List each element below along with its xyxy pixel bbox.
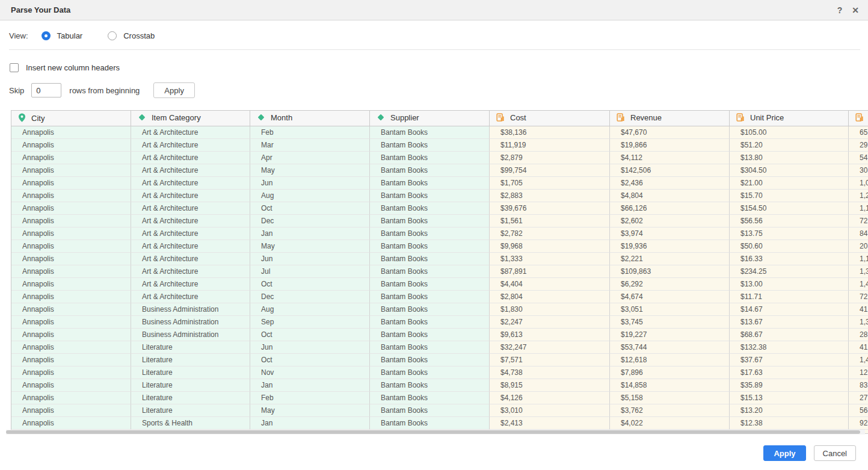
cell-unit-price: $51.20 <box>730 139 849 152</box>
column-header-supplier[interactable]: Supplier <box>370 111 490 126</box>
cell-city: Annapolis <box>11 202 131 215</box>
cell-unit-price: $15.13 <box>730 392 849 404</box>
table-row: AnnapolisLiteratureMayBantam Books$3,010… <box>11 404 868 417</box>
cell-revenue: $3,051 <box>610 303 730 316</box>
cell-revenue: $4,804 <box>610 190 730 202</box>
skip-label: Skip <box>9 86 24 95</box>
help-icon[interactable]: ? <box>837 6 843 14</box>
table-row: AnnapolisBusiness AdministrationSepBanta… <box>11 316 868 329</box>
horizontal-scrollbar-thumb[interactable] <box>6 430 860 434</box>
cell-revenue: $7,896 <box>610 366 730 379</box>
table-row: AnnapolisArt & ArchitectureMayBantam Boo… <box>11 164 868 177</box>
cell-clipped: 20 <box>849 240 868 253</box>
cell-revenue: $4,112 <box>610 152 730 164</box>
cell-supplier: Bantam Books <box>370 265 490 278</box>
table-header-row: CityItem CategoryMonthSupplierCostRevenu… <box>11 111 868 126</box>
close-icon[interactable]: ✕ <box>852 6 859 14</box>
cell-city: Annapolis <box>11 190 131 202</box>
cell-cost: $2,804 <box>490 291 610 303</box>
cell-unit-price: $50.60 <box>730 240 849 253</box>
column-header-cost[interactable]: Cost <box>490 111 610 126</box>
cell-clipped: 1,4 <box>849 354 868 366</box>
cell-cost: $99,754 <box>490 164 610 177</box>
radio-option-tabular[interactable]: Tabular <box>42 31 83 40</box>
column-header-revenue[interactable]: Revenue <box>610 111 730 126</box>
cell-item-category: Business Administration <box>131 316 250 329</box>
cell-month: Apr <box>250 152 370 164</box>
cell-month: Oct <box>250 278 370 291</box>
cell-city: Annapolis <box>11 227 131 240</box>
skip-apply-button[interactable]: Apply <box>153 82 195 98</box>
column-header-item-category[interactable]: Item Category <box>131 111 250 126</box>
cell-supplier: Bantam Books <box>370 215 490 227</box>
column-header-city[interactable]: City <box>11 111 131 126</box>
column-header-label: Cost <box>510 113 526 122</box>
column-header-label: Revenue <box>630 113 662 122</box>
cell-unit-price: $16.33 <box>730 253 849 265</box>
cell-clipped: 1,3 <box>849 265 868 278</box>
cell-city: Annapolis <box>11 139 131 152</box>
column-header-label: Supplier <box>390 113 419 122</box>
column-header-clipped[interactable] <box>849 111 868 126</box>
column-header-unit-price[interactable]: Unit Price <box>730 111 849 126</box>
cell-clipped: 65 <box>849 126 868 139</box>
cell-month: Jun <box>250 177 370 190</box>
cell-month: Dec <box>250 291 370 303</box>
cell-item-category: Art & Architecture <box>131 215 250 227</box>
cell-supplier: Bantam Books <box>370 164 490 177</box>
skip-rows-input[interactable] <box>31 83 61 97</box>
cell-revenue: $19,866 <box>610 139 730 152</box>
table-row: AnnapolisLiteratureNovBantam Books$4,738… <box>11 366 868 379</box>
cell-city: Annapolis <box>11 379 131 392</box>
cell-city: Annapolis <box>11 316 131 329</box>
insert-headers-checkbox[interactable] <box>10 63 19 72</box>
cell-supplier: Bantam Books <box>370 240 490 253</box>
table-row: AnnapolisArt & ArchitectureJulBantam Boo… <box>11 265 868 278</box>
cell-supplier: Bantam Books <box>370 202 490 215</box>
cell-unit-price: $11.71 <box>730 291 849 303</box>
cell-unit-price: $21.00 <box>730 177 849 190</box>
cell-cost: $1,830 <box>490 303 610 316</box>
view-row: View: Tabular Crosstab <box>9 29 859 42</box>
cell-item-category: Literature <box>131 392 250 404</box>
cell-city: Annapolis <box>11 126 131 139</box>
cell-supplier: Bantam Books <box>370 417 490 430</box>
cell-clipped: 1,2 <box>849 190 868 202</box>
cell-city: Annapolis <box>11 253 131 265</box>
cell-supplier: Bantam Books <box>370 392 490 404</box>
cell-city: Annapolis <box>11 366 131 379</box>
cell-clipped: 1,3 <box>849 316 868 329</box>
cell-revenue: $109,863 <box>610 265 730 278</box>
cell-item-category: Art & Architecture <box>131 278 250 291</box>
column-header-label: City <box>31 114 45 123</box>
cell-unit-price: $13.67 <box>730 316 849 329</box>
column-header-month[interactable]: Month <box>250 111 370 126</box>
skip-suffix-label: rows from beginning <box>69 86 140 95</box>
table-row: AnnapolisArt & ArchitectureAprBantam Boo… <box>11 152 868 164</box>
parse-your-data-dialog: Parse Your Data ? ✕ View: Tabular Crosst… <box>0 0 868 434</box>
radio-selected-icon[interactable] <box>42 31 51 40</box>
parse-table: CityItem CategoryMonthSupplierCostRevenu… <box>11 110 868 434</box>
cell-item-category: Business Administration <box>131 303 250 316</box>
cell-clipped: 30 <box>849 164 868 177</box>
cell-cost: $1,333 <box>490 253 610 265</box>
cell-item-category: Art & Architecture <box>131 291 250 303</box>
apply-button[interactable]: Apply <box>763 445 805 461</box>
cell-revenue: $2,221 <box>610 253 730 265</box>
dialog-title: Parse Your Data <box>11 5 70 14</box>
cell-unit-price: $13.80 <box>730 152 849 164</box>
cancel-button[interactable]: Cancel <box>814 445 856 461</box>
table-row: AnnapolisArt & ArchitectureMayBantam Boo… <box>11 240 868 253</box>
insert-headers-label: Insert new column headers <box>26 63 120 72</box>
cell-revenue: $19,227 <box>610 329 730 341</box>
cell-revenue: $142,506 <box>610 164 730 177</box>
cell-item-category: Art & Architecture <box>131 152 250 164</box>
cell-item-category: Literature <box>131 354 250 366</box>
cell-cost: $9,968 <box>490 240 610 253</box>
cell-supplier: Bantam Books <box>370 316 490 329</box>
cell-clipped: 29 <box>849 139 868 152</box>
cell-clipped: 41 <box>849 341 868 354</box>
radio-option-crosstab[interactable]: Crosstab <box>108 31 155 40</box>
radio-unselected-icon[interactable] <box>108 31 117 40</box>
horizontal-scrollbar[interactable] <box>6 430 865 434</box>
